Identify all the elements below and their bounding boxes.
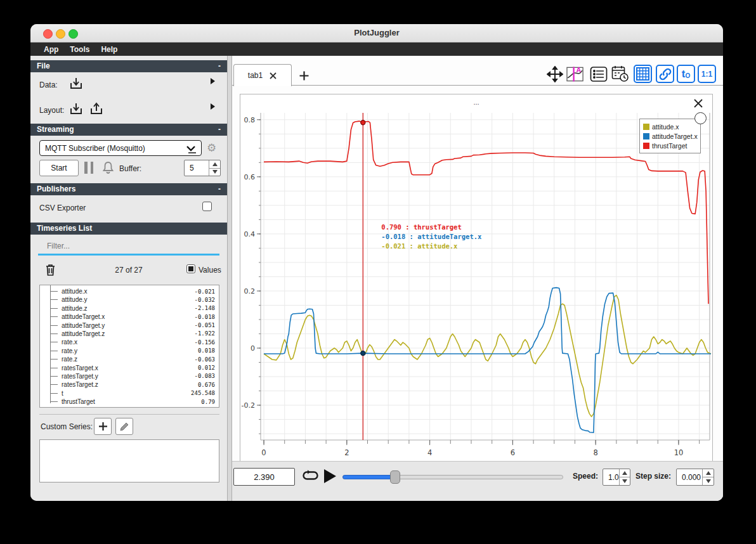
step-size-label: Step size: <box>635 472 671 481</box>
svg-text:6: 6 <box>511 448 515 457</box>
plot-widget: ... 0.80.60.40.20-0.20246810 0.790 : thr… <box>240 94 713 462</box>
timeseries-row[interactable]: ratesTarget.y-0.083 <box>40 372 219 380</box>
series-name: ratesTarget.y <box>62 373 98 380</box>
legend-list-icon[interactable] <box>589 65 608 83</box>
curve-tracker-icon[interactable]: A <box>566 65 585 83</box>
timeseries-row[interactable]: rate.x-0.156 <box>40 338 219 346</box>
spin-down-icon[interactable] <box>209 169 220 176</box>
collapse-icon[interactable]: - <box>218 124 221 136</box>
timeseries-row[interactable]: ratesTarget.z0.676 <box>40 380 219 389</box>
timeseries-list[interactable]: attitude.x-0.021attitude.y-0.032attitude… <box>39 285 219 408</box>
legend-label: attitudeTarget.x <box>652 133 698 140</box>
timeseries-row[interactable]: rate.z-0.063 <box>40 355 219 363</box>
timeseries-row[interactable]: attitudeTarget.y-0.051 <box>40 321 219 330</box>
load-data-icon[interactable] <box>68 76 84 91</box>
csv-exporter-label: CSV Exporter <box>39 204 86 212</box>
step-size-spinner[interactable]: 0.000 <box>676 469 714 486</box>
legend-handle-icon[interactable] <box>694 112 707 124</box>
timeseries-row[interactable]: rate.y0.018 <box>40 347 219 355</box>
play-icon[interactable] <box>323 469 337 484</box>
tree-branch <box>50 308 58 309</box>
save-layout-icon[interactable] <box>89 101 104 117</box>
custom-series-list[interactable] <box>39 439 219 482</box>
timeseries-section-header[interactable]: Timeseries List <box>30 223 227 235</box>
tab-close-icon[interactable] <box>269 72 277 80</box>
panel-splitter[interactable] <box>227 56 232 501</box>
custom-series-label: Custom Series: <box>41 422 93 431</box>
grid-view-icon[interactable] <box>634 65 652 83</box>
load-layout-icon[interactable] <box>68 101 84 117</box>
loop-icon[interactable] <box>302 469 319 484</box>
pan-zoom-icon[interactable] <box>545 65 564 83</box>
legend-entry[interactable]: thrustTarget <box>643 141 697 150</box>
series-value: -0.051 <box>194 322 215 328</box>
legend-color-chip <box>643 124 649 130</box>
plot-close-icon[interactable] <box>692 97 705 110</box>
layout-menu-arrow-icon[interactable] <box>211 103 215 110</box>
values-checkbox[interactable] <box>186 264 195 273</box>
buffer-spinner[interactable]: 5 <box>184 160 221 176</box>
tree-branch <box>50 368 58 368</box>
divider <box>39 414 219 415</box>
edit-custom-series-button[interactable] <box>115 418 133 435</box>
legend-entry[interactable]: attitudeTarget.x <box>643 131 697 141</box>
pause-icon[interactable] <box>84 162 93 174</box>
csv-exporter-checkbox[interactable] <box>202 202 212 211</box>
timeseries-row[interactable]: attitude.x-0.021 <box>40 287 219 295</box>
add-custom-series-button[interactable] <box>94 418 112 435</box>
timeseries-row[interactable]: attitude.y-0.032 <box>40 295 219 304</box>
menu-app[interactable]: App <box>38 45 64 54</box>
plot-canvas[interactable]: 0.80.60.40.20-0.20246810 0.790 : thrustT… <box>240 113 714 462</box>
timeseries-row[interactable]: attitude.z-2.148 <box>40 304 219 313</box>
menu-bar: App Tools Help <box>30 42 723 56</box>
tree-branch <box>50 342 58 342</box>
sidebar: File - Data: Layout: Streaming - MQTT Su… <box>30 56 227 501</box>
collapse-icon[interactable]: - <box>218 60 221 72</box>
spin-up-icon[interactable] <box>209 160 220 169</box>
series-name: thrustTarget <box>62 398 95 405</box>
menu-tools[interactable]: Tools <box>64 45 95 54</box>
data-menu-arrow-icon[interactable] <box>211 78 215 84</box>
streaming-section-header[interactable]: Streaming - <box>30 124 227 136</box>
start-button[interactable]: Start <box>39 160 79 176</box>
series-value: 0.012 <box>198 365 215 371</box>
tab-tab1[interactable]: tab1 <box>233 64 292 86</box>
publishers-section-header[interactable]: Publishers - <box>30 183 227 195</box>
svg-text:10: 10 <box>674 448 684 457</box>
datetime-icon[interactable] <box>611 65 629 83</box>
spin-up-icon[interactable] <box>620 469 630 477</box>
legend-entry[interactable]: attitude.x <box>643 122 697 131</box>
spin-down-icon[interactable] <box>703 477 714 485</box>
current-time-field[interactable]: 2.390 <box>233 468 295 486</box>
svg-text:-0.018 : attitudeTarget.x: -0.018 : attitudeTarget.x <box>381 233 482 240</box>
timeseries-row[interactable]: thrustTarget0.79 <box>40 398 219 406</box>
notifications-bell-icon[interactable] <box>101 160 115 174</box>
tree-branch <box>50 393 58 394</box>
series-value: 0.79 <box>201 399 215 405</box>
series-value: 0.018 <box>198 347 215 354</box>
filter-input[interactable] <box>38 238 230 254</box>
collapse-icon[interactable]: - <box>218 183 221 195</box>
series-name: rate.x <box>62 339 77 346</box>
streaming-source-select[interactable]: MQTT Subscriber (Mosquitto) <box>39 140 202 156</box>
menu-help[interactable]: Help <box>95 45 123 54</box>
timeseries-row[interactable]: ratesTarget.x0.012 <box>40 364 219 372</box>
timeseries-row[interactable]: attitudeTarget.x-0.018 <box>40 313 219 321</box>
link-plots-icon[interactable] <box>656 65 674 83</box>
timeseries-row[interactable]: t245.548 <box>40 389 219 398</box>
series-name: attitudeTarget.z <box>62 330 105 337</box>
main-panel: tab1 A <box>232 56 723 501</box>
add-tab-button[interactable] <box>296 67 312 84</box>
spin-up-icon[interactable] <box>703 469 714 477</box>
timeseries-row[interactable]: attitudeTarget.z-1.922 <box>40 330 219 338</box>
spin-down-icon[interactable] <box>620 477 630 485</box>
playback-slider-handle[interactable] <box>390 470 400 484</box>
file-section-header[interactable]: File - <box>30 60 227 72</box>
svg-text:0.790 : thrustTarget: 0.790 : thrustTarget <box>381 223 461 231</box>
plot-legend[interactable]: attitude.xattitudeTarget.xthrustTarget <box>639 119 701 153</box>
streaming-gear-icon[interactable]: ⚙ <box>207 141 216 155</box>
svg-text:0.6: 0.6 <box>244 173 256 181</box>
ratio-1-1-icon[interactable]: 1:1 <box>698 65 716 83</box>
time-offset-icon[interactable]: tO <box>677 65 695 83</box>
speed-spinner[interactable]: 1.0 <box>603 469 630 486</box>
